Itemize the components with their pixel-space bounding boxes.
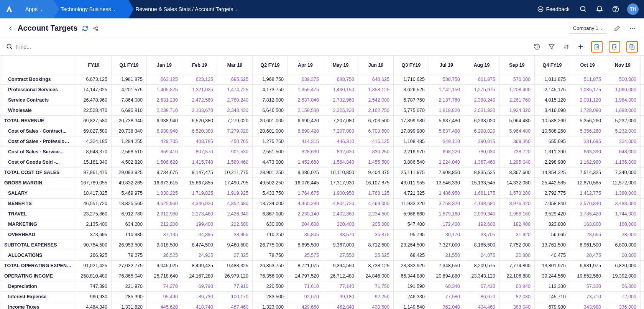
cell[interactable]: 20,738,340 — [112, 116, 147, 126]
cell[interactable]: 26,979,120 — [217, 271, 253, 281]
cell[interactable]: 1,224,040 — [429, 157, 464, 168]
cell[interactable]: 6,673,125 — [76, 74, 112, 85]
cell[interactable]: 6,820,000 — [605, 261, 641, 271]
cell[interactable]: 362,040 — [429, 302, 464, 309]
cell[interactable]: 1,275,750 — [253, 136, 288, 147]
cell[interactable]: 23,332,925 — [394, 261, 429, 271]
import-icon[interactable] — [591, 41, 603, 53]
cell[interactable]: 1,085,175 — [570, 85, 605, 95]
row-label[interactable]: Professional Services — [0, 85, 76, 95]
cell[interactable]: 0 — [641, 116, 644, 126]
cell[interactable]: 6,981,975 — [570, 261, 605, 271]
cell[interactable]: 8,185,500 — [464, 240, 499, 250]
cell[interactable]: 0 — [641, 209, 644, 219]
cell[interactable]: 113,330 — [535, 281, 570, 292]
cell[interactable]: 34,895 — [182, 230, 217, 240]
cell[interactable]: 2,031,120 — [570, 95, 605, 105]
cell[interactable]: 639,375 — [288, 74, 323, 85]
cell[interactable]: 7,812,000 — [253, 95, 288, 105]
cell[interactable]: 0 — [641, 219, 644, 230]
column-header[interactable]: Q1 FY19 — [112, 56, 147, 74]
cell[interactable]: 1,818,820 — [429, 105, 464, 116]
cell[interactable]: 1,311,390 — [535, 147, 570, 157]
cell[interactable]: 3,570,840 — [570, 199, 605, 209]
cell[interactable]: 26,775,000 — [253, 240, 288, 250]
cell[interactable]: 6,938,940 — [147, 126, 182, 136]
cell[interactable]: 9,147,475 — [182, 168, 217, 178]
cell[interactable]: 2,145,175 — [535, 85, 570, 95]
cell[interactable]: 2,216,970 — [394, 147, 429, 157]
column-header[interactable]: Q4 FY19 — [535, 56, 570, 74]
cell[interactable]: 429,705 — [147, 136, 182, 147]
cell[interactable]: 1,460,150 — [323, 85, 358, 95]
cell[interactable]: 25,575 — [288, 250, 323, 261]
cell[interactable]: 19,852,560 — [570, 271, 605, 281]
row-label[interactable]: Contract Bookings — [0, 74, 76, 85]
cell[interactable]: 5,637,480 — [429, 126, 464, 136]
cell[interactable]: 24,075 — [464, 250, 499, 261]
search-input[interactable] — [16, 44, 131, 50]
cell[interactable]: 20,738,340 — [112, 126, 147, 136]
cell[interactable]: 22,106,880 — [499, 271, 535, 281]
row-label[interactable]: Cost of Goods Sold -... — [0, 157, 76, 168]
cell[interactable]: 1,719,825 — [182, 188, 217, 199]
cell[interactable]: 56,665 — [535, 230, 570, 240]
cell[interactable]: 11,933,320 — [394, 199, 429, 209]
cell[interactable]: 2,234,500 — [358, 209, 394, 219]
cell[interactable]: 71,610 — [288, 281, 323, 292]
row-label[interactable]: TOTAL REVENUE — [0, 116, 76, 126]
cell[interactable]: 24,925 — [182, 250, 217, 261]
cell[interactable]: 2,537,040 — [288, 95, 323, 105]
cell[interactable]: 86,670 — [464, 292, 499, 302]
cell[interactable]: 8,648,370 — [76, 147, 112, 157]
cell[interactable]: 74,270 — [147, 281, 182, 292]
cell[interactable]: 15,667,855 — [182, 178, 217, 188]
cell[interactable]: 4,721,325 — [394, 188, 429, 199]
cell[interactable]: 9,734,675 — [147, 168, 182, 178]
cell[interactable]: 26,853,750 — [253, 261, 288, 271]
row-label[interactable]: Depreciation — [0, 281, 76, 292]
cell[interactable]: 2,472,560 — [182, 95, 217, 105]
cell[interactable]: 79,275 — [112, 250, 147, 261]
cell[interactable]: 1,564,840 — [323, 157, 358, 168]
row-label[interactable]: MARKETING — [0, 219, 76, 230]
cell[interactable]: 7,207,080 — [323, 126, 358, 136]
cell[interactable]: 8,499,425 — [182, 261, 217, 271]
cell[interactable]: 1,323,000 — [253, 302, 288, 309]
cell[interactable]: 82,080 — [499, 292, 535, 302]
cell[interactable]: 39,244,560 — [535, 271, 570, 281]
column-header[interactable]: Jan 19 — [147, 56, 182, 74]
cell[interactable]: 9,367,000 — [323, 240, 358, 250]
cell[interactable]: 204,600 — [288, 219, 323, 230]
cell[interactable]: 24,797,520 — [288, 271, 323, 281]
cell[interactable]: 1,506,620 — [147, 157, 182, 168]
cell[interactable]: 5,964,480 — [499, 126, 535, 136]
nav-workspace[interactable]: Technology Business ⌄ — [54, 0, 129, 18]
cell[interactable]: 1,744,000 — [605, 209, 641, 219]
cell[interactable]: 0 — [641, 126, 644, 136]
cell[interactable]: 3,886,540 — [394, 157, 429, 168]
cell[interactable]: 20,475 — [570, 250, 605, 261]
cell[interactable]: 5,964,480 — [499, 116, 535, 126]
copy-icon[interactable] — [626, 41, 638, 53]
cell[interactable]: 25,625 — [358, 250, 394, 261]
cell[interactable]: 2,298,980 — [535, 157, 570, 168]
cell[interactable]: 15,133,545 — [464, 178, 499, 188]
cell[interactable]: 25,718,640 — [147, 271, 182, 281]
cell[interactable]: 8,695,500 — [288, 240, 323, 250]
cell[interactable]: 1,688,000 — [605, 105, 641, 116]
cell[interactable]: 467,460 — [217, 302, 253, 309]
cell[interactable]: 3,529,420 — [535, 209, 570, 219]
cell[interactable]: 63,840 — [499, 281, 535, 292]
column-header[interactable]: Jun 19 — [358, 56, 394, 74]
cell[interactable]: 3,976,320 — [499, 199, 535, 209]
cell[interactable]: 4,015,120 — [535, 95, 570, 105]
cell[interactable]: 630,000 — [253, 219, 288, 230]
cell[interactable]: 3,416,090 — [535, 105, 570, 116]
cell[interactable]: 13,761,500 — [535, 240, 570, 250]
cell[interactable]: 20,000 — [605, 250, 641, 261]
cell[interactable]: 4,201,575 — [112, 85, 147, 95]
cell[interactable]: 373,695 — [76, 230, 112, 240]
cell[interactable]: 31,920 — [499, 230, 535, 240]
cell[interactable]: 15,161,340 — [76, 157, 112, 168]
